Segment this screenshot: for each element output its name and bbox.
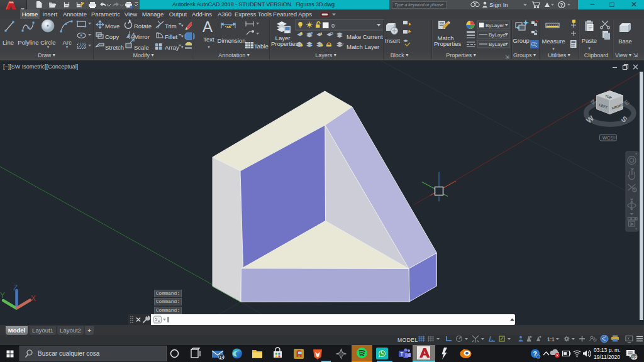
svg-text:16: 16	[632, 354, 637, 360]
svg-text:Y: Y	[0, 291, 5, 300]
svg-text:14: 14	[219, 355, 225, 359]
svg-text:?: ?	[560, 2, 563, 8]
svg-text:Z: Z	[13, 283, 18, 292]
svg-text:19/11/2020: 19/11/2020	[594, 354, 620, 360]
svg-text:X: X	[31, 294, 36, 303]
svg-text:ByLayer: ByLayer	[486, 23, 504, 28]
svg-text:Sign In: Sign In	[489, 1, 508, 8]
svg-text:03:13 p. m.: 03:13 p. m.	[594, 347, 621, 353]
svg-text:T: T	[400, 351, 403, 357]
svg-text:Buscar cualquier cosa: Buscar cualquier cosa	[38, 350, 100, 357]
svg-text:MODEL: MODEL	[397, 337, 418, 343]
svg-text:A: A	[203, 19, 213, 35]
svg-text:0: 0	[331, 23, 335, 29]
svg-text:ByLayer: ByLayer	[489, 32, 508, 38]
svg-text:ByLayer: ByLayer	[489, 41, 508, 47]
svg-text:1:1: 1:1	[547, 336, 555, 343]
svg-text:?: ?	[533, 350, 537, 358]
svg-text:WCS: WCS	[602, 135, 614, 141]
